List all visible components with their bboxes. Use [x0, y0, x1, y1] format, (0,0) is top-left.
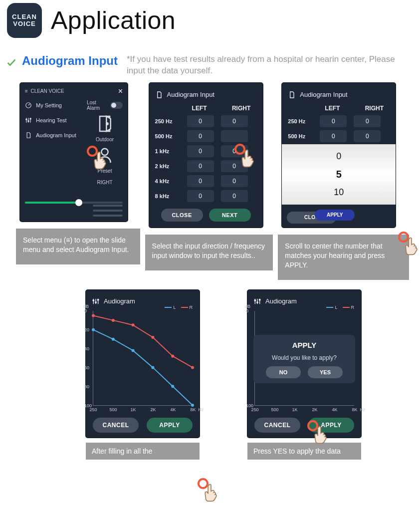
door-icon[interactable] [95, 114, 115, 134]
screen-title: Audiogram Input [167, 91, 214, 98]
lost-alarm-toggle[interactable] [110, 102, 123, 109]
dialog-buttons: NO YES [266, 366, 343, 378]
legend-r: R [343, 305, 355, 310]
x-tick: 4K [332, 407, 337, 412]
value-right[interactable]: 0 [354, 130, 381, 142]
legend-l: L [165, 305, 176, 310]
value-left[interactable]: 0 [187, 160, 214, 172]
y-tick: 20 [84, 327, 89, 332]
y-tick: 0 [246, 308, 248, 313]
picker-val: 0 [336, 151, 341, 162]
person-icon[interactable] [95, 145, 115, 165]
x-tick: 250 [251, 407, 258, 412]
value-right[interactable]: 0 [221, 175, 248, 187]
value-left[interactable]: 0 [320, 115, 347, 127]
panel-5: Audiogram L R dB 01002505001K2K4K8KHz AP… [247, 290, 361, 460]
screen-header: Audiogram Input [155, 88, 257, 102]
button-row: CANCEL APPLY [92, 418, 194, 433]
value-left[interactable]: 0 [187, 175, 214, 187]
freq-label: 4 kHz [155, 178, 180, 184]
freq-row: 500 Hz0 [155, 129, 257, 144]
value-right[interactable]: 0 [354, 115, 381, 127]
x-tick: 4K [170, 407, 176, 412]
phone-right-column: Lost Alarm Outdoor Preset RIGHT [87, 100, 123, 185]
sliders-icon [25, 117, 32, 124]
close-icon[interactable]: × [118, 87, 123, 96]
picker-val-selected: 5 [336, 169, 342, 180]
sliders-icon [92, 297, 100, 305]
freq-label: 250 Hz [155, 118, 180, 124]
button-row: CANCEL APPLY [253, 418, 355, 433]
freq-row: 500 Hz00 [288, 129, 390, 144]
volume-slider-row [25, 202, 123, 204]
legend-l: L [326, 305, 337, 310]
volume-slider[interactable] [25, 202, 123, 204]
dialog-yes-button[interactable]: YES [308, 366, 343, 378]
button-row: CLOSE NEXT [155, 209, 257, 222]
caption-5: Press YES to apply the data [247, 443, 361, 460]
panel-4: Audiogram L R dB 0204060801002505001K2K4… [86, 290, 200, 460]
caption-4: After filling in all the [86, 443, 200, 460]
speedometer-icon [25, 102, 32, 109]
header: CLEAN VOICE Application [0, 0, 420, 41]
freq-row: 250 Hz00 [155, 114, 257, 129]
value-right[interactable]: 0 [221, 190, 248, 202]
value-right[interactable]: 0 [221, 145, 248, 157]
svg-point-12 [132, 349, 135, 352]
chart-legend: L R [165, 305, 193, 310]
panel-1: ≡ CLEAN VOICE × My Setting Hearing Test … [20, 83, 136, 280]
x-tick: 2K [312, 407, 317, 412]
svg-point-2 [28, 120, 29, 121]
lost-alarm-label: Lost Alarm [87, 100, 107, 111]
svg-point-13 [151, 366, 154, 369]
svg-point-3 [30, 118, 31, 119]
apply-button[interactable]: APPLY [315, 210, 355, 221]
document-icon [288, 91, 296, 99]
value-right[interactable]: 0 [221, 160, 248, 172]
x-axis-title: Hz [360, 407, 366, 412]
logo-line-1: CLEAN [12, 13, 37, 20]
svg-point-6 [101, 149, 108, 155]
apply-button[interactable]: APPLY [147, 418, 193, 433]
cancel-button[interactable]: CANCEL [254, 418, 300, 433]
screen-title: Audiogram Input [300, 91, 347, 98]
dialog-no-button[interactable]: NO [266, 366, 301, 378]
col-left: LEFT [187, 105, 212, 112]
value-left[interactable]: 0 [187, 145, 214, 157]
x-tick: 8K [190, 407, 196, 412]
phone-wheel: Audiogram Input LEFT RIGHT 250 Hz00500 H… [282, 83, 396, 228]
value-left[interactable]: 0 [187, 130, 214, 142]
svg-point-15 [191, 404, 194, 407]
value-right[interactable]: 0 [221, 115, 248, 127]
value-left[interactable]: 0 [187, 190, 214, 202]
screen-title: Audiogram [265, 297, 297, 305]
next-button[interactable]: NEXT [209, 209, 251, 222]
freq-label: 250 Hz [288, 118, 313, 124]
panel-2: Audiogram Input LEFT RIGHT 250 Hz00500 H… [149, 83, 269, 280]
svg-point-17 [112, 318, 115, 321]
value-right[interactable] [221, 130, 248, 142]
document-icon [25, 132, 32, 139]
svg-point-11 [112, 337, 115, 340]
picker-wheel[interactable]: 0 5 10 [282, 144, 396, 205]
x-tick: 250 [89, 407, 97, 412]
legend-r: R [181, 305, 193, 310]
close-button[interactable]: CLOSE [161, 209, 203, 222]
hamburger-icon[interactable]: ≡ CLEAN VOICE [25, 88, 64, 94]
section-title: Audiogram Input [22, 54, 118, 68]
freq-label: 500 Hz [288, 133, 313, 139]
apply-button[interactable]: APPLY [308, 418, 354, 433]
page-title: Application [51, 6, 176, 35]
freq-label: 500 Hz [155, 133, 180, 139]
caption-2: Select the input direction / frequency i… [145, 235, 273, 270]
value-left[interactable]: 0 [320, 130, 347, 142]
phone-apply-dialog: Audiogram L R dB 01002505001K2K4K8KHz AP… [247, 290, 361, 438]
cancel-button[interactable]: CANCEL [93, 418, 139, 433]
value-left[interactable]: 0 [187, 115, 214, 127]
x-tick: 500 [271, 407, 278, 412]
svg-point-21 [191, 366, 194, 369]
col-headers: LEFT RIGHT [155, 102, 257, 114]
caption-1: Select menu (≡) to open the slide menu a… [16, 229, 140, 264]
freq-row: 1 kHz00 [155, 144, 257, 159]
col-headers: LEFT RIGHT [288, 102, 390, 114]
